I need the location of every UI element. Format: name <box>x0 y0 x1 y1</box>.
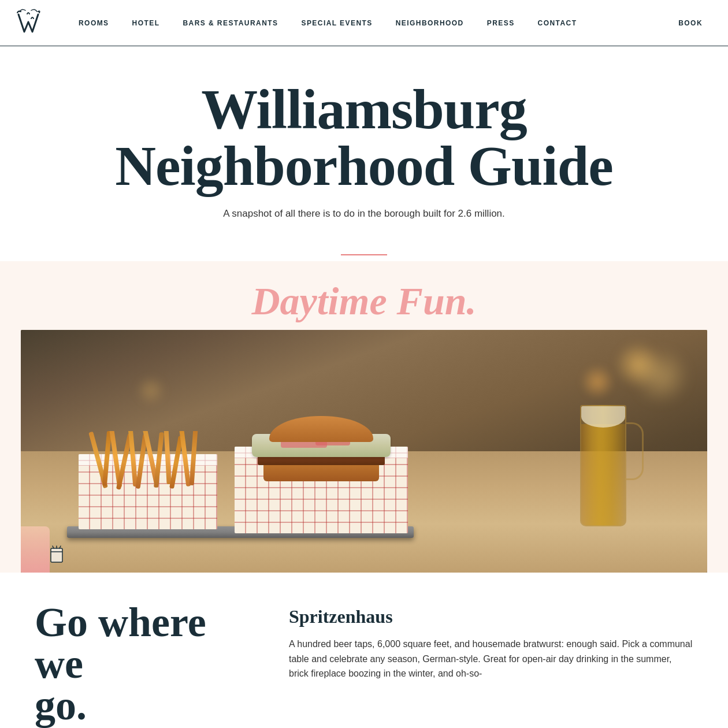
food-image-container <box>0 330 728 573</box>
logo[interactable] <box>14 6 49 40</box>
nav-bars[interactable]: BARS & RESTAURANTS <box>171 19 289 27</box>
page-title: Williamsburg Neighborhood Guide <box>23 81 705 194</box>
navigation: ROOMS HOTEL BARS & RESTAURANTS SPECIAL E… <box>0 0 728 46</box>
nav-hotel[interactable]: HOTEL <box>121 19 172 27</box>
nav-book[interactable]: BOOK <box>667 19 714 27</box>
bottom-right: Spritzenhaus A hundred beer taps, 6,000 … <box>289 601 693 681</box>
restaurant-desc: A hundred beer taps, 6,000 square feet, … <box>289 637 693 681</box>
drink-icon <box>46 545 67 566</box>
section-divider <box>0 254 728 255</box>
restaurant-name: Spritzenhaus <box>289 606 693 627</box>
bottom-left: Go where we go. <box>35 601 254 726</box>
nav-links: ROOMS HOTEL BARS & RESTAURANTS SPECIAL E… <box>67 19 714 27</box>
go-where-title: Go where we go. <box>35 601 254 726</box>
food-photo <box>21 330 707 573</box>
nav-press[interactable]: PRESS <box>476 19 526 27</box>
divider-line <box>341 254 387 255</box>
hero-subtitle: A snapshot of all there is to do in the … <box>23 208 705 220</box>
svg-rect-0 <box>51 548 62 562</box>
nav-neighborhood[interactable]: NEIGHBORHOOD <box>384 19 476 27</box>
nav-events[interactable]: SPECIAL EVENTS <box>289 19 384 27</box>
bottom-content: Go where we go. Spritzenhaus A hundred b… <box>0 573 728 728</box>
food-image <box>21 330 707 573</box>
nav-rooms[interactable]: ROOMS <box>67 19 121 27</box>
nav-contact[interactable]: CONTACT <box>526 19 589 27</box>
hero-section: Williamsburg Neighborhood Guide A snapsh… <box>0 46 728 231</box>
section-label: Daytime Fun. <box>0 278 728 330</box>
section-label-area: Daytime Fun. <box>0 261 728 330</box>
